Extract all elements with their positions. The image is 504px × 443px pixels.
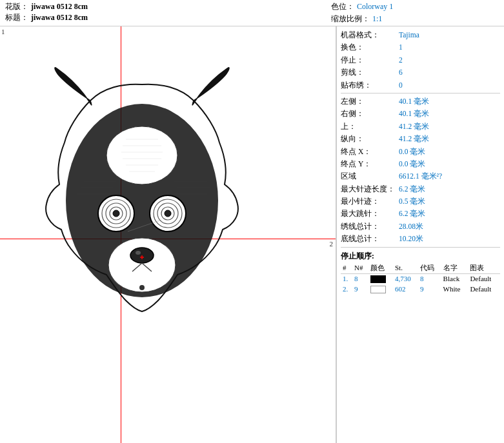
height-row: 纵向： 41.2 毫米	[341, 133, 500, 144]
scale-row: 缩放比例： 1:1	[331, 14, 499, 25]
color-row: 色位： Colorway 1	[331, 1, 499, 12]
col-name: 名字	[441, 262, 469, 274]
cell-chart: Default	[468, 284, 500, 293]
top-value: 41.2 毫米	[399, 121, 500, 132]
divider-1	[341, 93, 500, 94]
color-change-label: 换色：	[341, 41, 399, 53]
info-panel: 机器格式： Tajima 换色： 1 停止： 2 剪线： 6 贴布绣： 0 左侧…	[336, 26, 504, 443]
svg-point-7	[113, 210, 119, 217]
cell-num: 2.	[341, 284, 352, 293]
right-value: 40.1 毫米	[399, 108, 500, 119]
pattern-value: jiwawa 0512 8cm	[31, 2, 88, 12]
col-code: 代码	[418, 262, 441, 274]
stop-label: 停止：	[341, 54, 399, 66]
stop-table: # N# 颜色 St. 代码 名字 图表 1. 8 4,730 8 Black …	[341, 262, 500, 294]
svg-point-2	[108, 238, 176, 292]
right-label: 右侧：	[341, 108, 399, 119]
cell-name: White	[441, 284, 469, 293]
color-value: Colorway 1	[357, 2, 393, 12]
max-jump-value: 6.2 毫米	[399, 208, 500, 219]
left-row: 左侧： 40.1 毫米	[341, 95, 500, 107]
area-value: 6612.1 毫米²?	[399, 170, 500, 182]
height-label: 纵向：	[341, 133, 399, 144]
svg-point-1	[106, 126, 177, 184]
bobbin-row: 底线总计： 10.20米	[341, 233, 500, 244]
area-row: 区域 6612.1 毫米²?	[341, 170, 500, 182]
patch-value: 0	[399, 79, 500, 91]
col-chart: 图表	[468, 262, 500, 274]
max-stitch-label: 最大针迹长度：	[341, 183, 399, 195]
bobbin-label: 底线总计：	[341, 233, 399, 244]
patch-row: 贴布绣： 0	[341, 79, 500, 91]
scale-label: 缩放比例：	[331, 14, 370, 25]
end-y-row: 终点 Y： 0.0 毫米	[341, 158, 500, 170]
trim-label: 剪线：	[341, 66, 399, 78]
col-num: #	[341, 262, 352, 274]
color-change-row: 换色： 1	[341, 41, 500, 53]
pattern-row: 花版： jiwawa 0512 8cm	[5, 1, 331, 12]
cell-num: 1.	[341, 273, 352, 284]
cell-color	[368, 273, 393, 284]
trim-row: 剪线： 6	[341, 66, 500, 78]
cell-n: 9	[352, 284, 368, 293]
table-row: 1. 8 4,730 8 Black Default	[341, 273, 500, 284]
pattern-label: 花版：	[5, 1, 28, 12]
total-stitch-label: 绣线总计：	[341, 221, 399, 232]
end-y-label: 终点 Y：	[341, 158, 399, 170]
svg-point-14	[136, 251, 141, 255]
min-stitch-label: 最小针迹：	[341, 195, 399, 207]
main-content: 1 2 1	[0, 26, 504, 443]
cell-st: 602	[393, 284, 418, 293]
left-value: 40.1 毫米	[399, 95, 500, 107]
bobbin-value: 10.20米	[399, 233, 500, 244]
machine-label: 机器格式：	[341, 29, 399, 41]
end-x-value: 0.0 毫米	[399, 146, 500, 157]
max-jump-label: 最大跳针：	[341, 208, 399, 219]
col-st: St.	[393, 262, 418, 274]
color-change-value: 1	[399, 41, 500, 53]
cell-color	[368, 284, 393, 293]
top-label: 上：	[341, 121, 399, 132]
corner-top-left: 1	[1, 28, 5, 35]
max-stitch-row: 最大针迹长度： 6.2 毫米	[341, 183, 500, 195]
top-bar: 花版： jiwawa 0512 8cm 标题： jiwawa 0512 8cm …	[0, 0, 504, 26]
left-label: 左侧：	[341, 95, 399, 107]
stop-order-header: 停止顺序:	[341, 251, 500, 261]
cell-chart: Default	[468, 273, 500, 284]
trim-value: 6	[399, 66, 500, 78]
divider-2	[341, 247, 500, 248]
top-row: 上： 41.2 毫米	[341, 121, 500, 132]
height-value: 41.2 毫米	[399, 133, 500, 144]
max-jump-row: 最大跳针： 6.2 毫米	[341, 208, 500, 219]
cell-name: Black	[441, 273, 469, 284]
scale-value: 1:1	[372, 14, 382, 24]
color-swatch	[370, 286, 386, 293]
col-color: 颜色	[368, 262, 393, 274]
title-label: 标题：	[5, 12, 28, 23]
right-row: 右侧： 40.1 毫米	[341, 108, 500, 119]
cell-code: 8	[418, 273, 441, 284]
corner-top-right: 2	[330, 240, 334, 248]
cell-n: 8	[352, 273, 368, 284]
canvas-area: 1 2 1	[0, 26, 336, 443]
end-x-row: 终点 X： 0.0 毫米	[341, 146, 500, 157]
title-value: jiwawa 0512 8cm	[31, 13, 88, 23]
cell-st: 4,730	[393, 273, 418, 284]
max-stitch-value: 6.2 毫米	[399, 183, 500, 195]
end-y-value: 0.0 毫米	[399, 158, 500, 170]
colorway-info: 色位： Colorway 1 缩放比例： 1:1	[331, 1, 499, 25]
col-n: N#	[352, 262, 368, 274]
machine-value: Tajima	[399, 29, 500, 41]
stop-value: 2	[399, 54, 500, 66]
pattern-info: 花版： jiwawa 0512 8cm 标题： jiwawa 0512 8cm	[5, 1, 331, 25]
total-stitch-row: 绣线总计： 28.08米	[341, 221, 500, 232]
table-row: 2. 9 602 9 White Default	[341, 284, 500, 293]
svg-point-12	[165, 210, 171, 217]
color-swatch	[370, 275, 386, 283]
total-stitch-value: 28.08米	[399, 221, 500, 232]
stop-row: 停止： 2	[341, 54, 500, 66]
cell-code: 9	[418, 284, 441, 293]
end-x-label: 终点 X：	[341, 146, 399, 157]
min-stitch-row: 最小针迹： 0.5 毫米	[341, 195, 500, 207]
svg-point-15	[139, 285, 145, 290]
